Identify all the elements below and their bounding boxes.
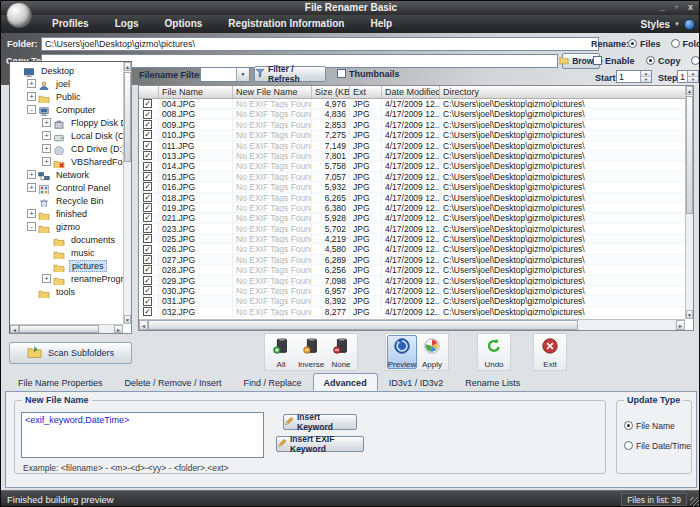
expand-toggle[interactable]: +: [27, 183, 36, 192]
row-checkbox[interactable]: ✓: [143, 110, 152, 119]
tree-item-finished[interactable]: +finished: [10, 207, 123, 220]
update-type-radio-file-date-time[interactable]: File Date/Time: [624, 441, 691, 451]
expand-toggle[interactable]: +: [42, 118, 51, 127]
tab-id3v1-id3v2[interactable]: ID3v1 / ID3v2: [378, 374, 455, 391]
resize-grip[interactable]: [690, 497, 699, 506]
insert-keyword-button[interactable]: Insert Keyword: [283, 414, 357, 430]
column-header-file-name[interactable]: File Name: [159, 86, 233, 98]
tree-horizontal-scrollbar[interactable]: ◄ ►: [10, 324, 123, 333]
tab-rename-lists[interactable]: Rename Lists: [454, 374, 531, 391]
tree-item-tools[interactable]: tools: [10, 285, 123, 298]
scroll-right-icon[interactable]: ►: [114, 325, 123, 333]
row-checkbox[interactable]: ✓: [143, 120, 152, 129]
row-checkbox[interactable]: ✓: [143, 297, 152, 306]
expand-toggle[interactable]: +: [42, 144, 51, 153]
tree-item-pictures[interactable]: pictures: [10, 259, 123, 272]
table-row[interactable]: ✓018.JPGNo EXIF Tags Found6,265JPG4/17/2…: [139, 193, 685, 203]
tree-item-music[interactable]: music: [10, 246, 123, 259]
scroll-left-icon[interactable]: ◄: [139, 320, 148, 330]
rename-radio-folders[interactable]: Folders: [671, 39, 700, 49]
row-checkbox[interactable]: ✓: [143, 245, 152, 254]
table-header[interactable]: File NameNew File NameSize (KB)ExtDate M…: [139, 86, 685, 99]
table-row[interactable]: ✓026.JPGNo EXIF Tags Found4,580JPG4/17/2…: [139, 244, 685, 254]
table-row[interactable]: ✓010.JPGNo EXIF Tags Found7,275JPG4/17/2…: [139, 130, 685, 140]
row-checkbox[interactable]: ✓: [143, 182, 152, 191]
scroll-down-icon[interactable]: ▼: [686, 310, 693, 319]
enable-checkbox[interactable]: Enable: [593, 56, 635, 66]
column-header-ext[interactable]: Ext: [350, 86, 382, 98]
row-checkbox[interactable]: ✓: [143, 255, 152, 264]
row-checkbox[interactable]: ✓: [143, 162, 152, 171]
start-stepper[interactable]: 1 ▲▼: [616, 70, 652, 83]
column-header-new-file-name[interactable]: New File Name: [233, 86, 312, 98]
scroll-up-icon[interactable]: ▲: [124, 62, 131, 71]
maximize-button[interactable]: ▫: [675, 2, 678, 12]
menu-profiles[interactable]: Profiles: [39, 15, 102, 33]
thumbnails-checkbox[interactable]: Thumbnails: [337, 69, 400, 79]
menu-help[interactable]: Help: [357, 15, 405, 33]
column-header-checkbox[interactable]: [139, 86, 159, 98]
scroll-down-icon[interactable]: ▼: [124, 315, 131, 324]
row-checkbox[interactable]: ✓: [143, 203, 152, 212]
table-vertical-scrollbar[interactable]: ▲ ▼: [685, 86, 693, 319]
table-row[interactable]: ✓031.JPGNo EXIF Tags Found8,392JPG4/17/2…: [139, 296, 685, 306]
close-button[interactable]: x: [688, 2, 693, 12]
row-checkbox[interactable]: ✓: [143, 224, 152, 233]
row-checkbox[interactable]: ✓: [143, 193, 152, 202]
row-checkbox[interactable]: ✓: [143, 130, 152, 139]
row-checkbox[interactable]: ✓: [143, 99, 152, 108]
filename-filter-dropdown[interactable]: ▼: [200, 67, 250, 82]
table-row[interactable]: ✓025.JPGNo EXIF Tags Found4,219JPG4/17/2…: [139, 234, 685, 244]
column-header-size-kb[interactable]: Size (KB): [312, 86, 350, 98]
table-row[interactable]: ✓014.JPGNo EXIF Tags Found5,758JPG4/17/2…: [139, 161, 685, 171]
tree-item-gizmo[interactable]: -gizmo: [10, 220, 123, 233]
row-checkbox[interactable]: ✓: [143, 213, 152, 222]
tree-item-floppy-disk-drive-a[interactable]: +Floppy Disk Drive (A:): [10, 116, 123, 129]
tree-item-desktop[interactable]: Desktop: [10, 64, 123, 77]
tree-item-local-disk-c[interactable]: +Local Disk (C:): [10, 129, 123, 142]
tree-item-renameprograms[interactable]: +renamePrograms: [10, 272, 123, 285]
scroll-left-icon[interactable]: ◄: [10, 325, 19, 333]
column-header-date-modified[interactable]: Date Modified: [382, 86, 440, 98]
menu-logs[interactable]: Logs: [102, 15, 152, 33]
expand-toggle[interactable]: +: [42, 157, 51, 166]
table-row[interactable]: ✓030.JPGNo EXIF Tags Found6,957JPG4/17/2…: [139, 286, 685, 296]
tree-vertical-scrollbar[interactable]: ▲ ▼: [123, 62, 131, 324]
table-row[interactable]: ✓009.JPGNo EXIF Tags Found2,853JPG4/17/2…: [139, 120, 685, 130]
tree-item-recycle-bin[interactable]: Recycle Bin: [10, 194, 123, 207]
row-checkbox[interactable]: ✓: [143, 307, 152, 316]
row-checkbox[interactable]: ✓: [143, 286, 152, 295]
filter-refresh-button[interactable]: Filter / Refresh: [254, 66, 326, 82]
step-stepper[interactable]: 1 ▲▼: [677, 70, 699, 83]
table-row[interactable]: ✓015.JPGNo EXIF Tags Found7,057JPG4/17/2…: [139, 172, 685, 182]
table-row[interactable]: ✓021.JPGNo EXIF Tags Found5,928JPG4/17/2…: [139, 213, 685, 223]
tree-item-public[interactable]: +Public: [10, 90, 123, 103]
table-row[interactable]: ✓032.JPGNo EXIF Tags Found8,277JPG4/17/2…: [139, 307, 685, 317]
preview-button[interactable]: Preview: [387, 335, 417, 369]
tree-item-control-panel[interactable]: +Control Panel: [10, 181, 123, 194]
expand-toggle[interactable]: +: [27, 209, 36, 218]
folder-input[interactable]: [41, 37, 599, 51]
rename-radio-files[interactable]: Files: [628, 39, 661, 49]
table-row[interactable]: ✓019.JPGNo EXIF Tags Found6,380JPG4/17/2…: [139, 203, 685, 213]
spin-down-icon[interactable]: ▼: [641, 77, 651, 82]
tree-item-network[interactable]: +Network: [10, 168, 123, 181]
tree-item-computer[interactable]: -Computer: [10, 103, 123, 116]
expand-toggle[interactable]: +: [42, 131, 51, 140]
tab-advanced[interactable]: Advanced: [313, 373, 378, 391]
tree-item-vbsharedfolder-vboxsvr-z[interactable]: +VBSharedFolder (\\vboxsvr) (Z: [10, 155, 123, 168]
table-row[interactable]: ✓008.JPGNo EXIF Tags Found4,836JPG4/17/2…: [139, 109, 685, 119]
insert-exif-keyword-button[interactable]: Insert EXIF Keyword: [276, 436, 364, 452]
tab-delete-remove-insert[interactable]: Delete / Remove / Insert: [114, 374, 233, 391]
undo-button[interactable]: Undo: [479, 335, 509, 369]
apply-button[interactable]: Apply: [417, 335, 447, 369]
tree-item-documents[interactable]: documents: [10, 233, 123, 246]
row-checkbox[interactable]: ✓: [143, 276, 152, 285]
expand-toggle[interactable]: +: [27, 79, 36, 88]
menu-options[interactable]: Options: [152, 15, 216, 33]
all-button[interactable]: All: [266, 335, 296, 369]
expand-toggle[interactable]: +: [27, 92, 36, 101]
inverse-button[interactable]: Inverse: [296, 335, 326, 369]
row-checkbox[interactable]: ✓: [143, 151, 152, 160]
table-row[interactable]: ✓011.JPGNo EXIF Tags Found7,149JPG4/17/2…: [139, 141, 685, 151]
